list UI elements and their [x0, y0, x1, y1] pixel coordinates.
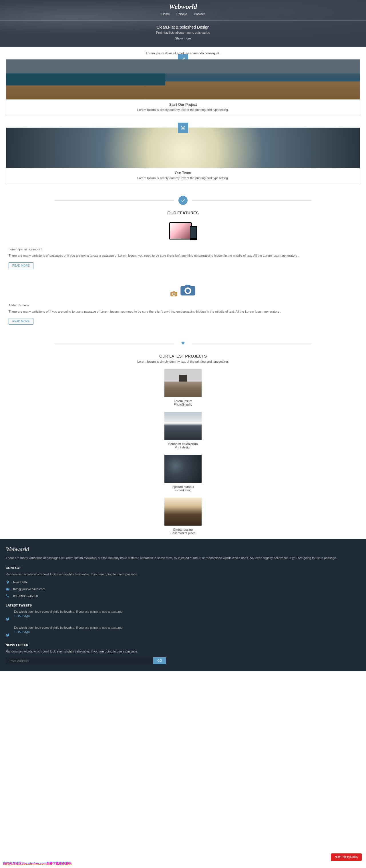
project-title: Embarrassing — [6, 528, 360, 531]
envelope-icon — [6, 587, 10, 591]
project-image — [164, 412, 202, 440]
card-title: Start Our Project — [10, 102, 356, 106]
twitter-icon — [6, 633, 10, 638]
divider — [54, 196, 312, 205]
footer-logo: Webworld — [6, 546, 360, 553]
newsletter-heading: NEWS LETTER — [6, 643, 360, 647]
project-title: Bonorum et Malorum — [6, 442, 360, 445]
project-item[interactable]: Lorem Ipsum PhotoGraphy — [6, 369, 360, 406]
footer-desc: There are many variations of passages of… — [6, 556, 360, 560]
tweet-item: Ds which don't look even slightly believ… — [6, 610, 360, 622]
project-title: Injected humour — [6, 485, 360, 489]
tweet-time: 1 Hour Ago — [14, 630, 360, 633]
contact-phone: 890-09880-45590 — [6, 594, 360, 598]
phone-icon — [6, 594, 10, 598]
nav-portfolio[interactable]: Porfolio — [176, 12, 187, 16]
contact-address: New Delhi — [6, 580, 360, 584]
footer: Webworld There are many variations of pa… — [0, 539, 366, 671]
twitter-icon — [6, 617, 10, 622]
camera-image — [6, 283, 360, 298]
tweet-item: Ds which don't look even slightly believ… — [6, 626, 360, 638]
contact-email: Info@yourwebsite.com — [6, 587, 360, 591]
tweet-text: Ds which don't look even slightly believ… — [14, 610, 360, 613]
newsletter-form: GO — [6, 657, 166, 664]
cart-icon — [178, 123, 188, 133]
project-image — [164, 498, 202, 526]
hero-subtitle: Proin facilisis aliquam nunc quis varius — [0, 31, 366, 34]
feature-title: A Flat Camera — [8, 304, 358, 307]
card-desc: Lorem Ipsum is simply dummy text of the … — [10, 108, 356, 112]
tweet-text: Ds which don't look even slightly believ… — [14, 626, 360, 629]
project-image — [164, 369, 202, 397]
nav-home[interactable]: Home — [161, 12, 170, 16]
project-category: Print design — [6, 445, 360, 449]
card-title: Our Team — [10, 170, 356, 175]
tweets-heading: LATEST TWEETS — [6, 603, 360, 607]
tweet-time: 1 Hour Ago — [14, 614, 360, 618]
read-more-button[interactable]: READ MORE — [8, 318, 33, 325]
logo: Webworld — [0, 3, 366, 10]
features-heading: OUR FEATURES — [6, 211, 360, 215]
project-image — [164, 455, 202, 483]
projects-heading: OUR LATEST PROJECTS — [6, 354, 360, 359]
go-button[interactable]: GO — [153, 657, 166, 664]
project-item[interactable]: Bonorum et Malorum Print design — [6, 412, 360, 449]
feature-desc: There are many variations of If you are … — [8, 309, 358, 314]
project-title: Lorem Ipsum — [6, 399, 360, 403]
feature-devices-image — [6, 222, 360, 240]
contact-desc: Randomised words which don't look even s… — [6, 572, 360, 576]
hero-show-more[interactable]: Show more — [0, 37, 366, 40]
project-category: Best market place — [6, 531, 360, 535]
card-image — [6, 128, 360, 168]
projects-subtitle: Lorem Ipsum is simply dummy text of the … — [6, 360, 360, 363]
feature-desc: There are many variations of passages of… — [8, 253, 358, 258]
nav: Home Porfolio Contact — [0, 12, 366, 16]
trophy-icon — [178, 339, 188, 348]
card-image — [6, 59, 360, 99]
map-pin-icon — [6, 580, 10, 584]
contact-heading: CONTACT — [6, 566, 360, 569]
check-icon — [178, 196, 188, 205]
read-more-button[interactable]: READ MORE — [8, 262, 33, 269]
hero-title: Clean,Flat & poloshed Design — [0, 25, 366, 29]
newsletter-desc: Randomised words which don't look even s… — [6, 650, 360, 653]
email-input[interactable] — [6, 657, 153, 664]
feature-item: Lorem Ipsum is simply !! There are many … — [6, 248, 360, 275]
feature-item: A Flat Camera There are many variations … — [6, 304, 360, 331]
project-item[interactable]: Embarrassing Best market place — [6, 498, 360, 535]
feature-title: Lorem Ipsum is simply !! — [8, 248, 358, 251]
nav-contact[interactable]: Contact — [194, 12, 205, 16]
card-project: Start Our Project Lorem Ipsum is simply … — [6, 59, 360, 116]
project-category: PhotoGraphy — [6, 403, 360, 406]
card-team: Our Team Lorem Ipsum is simply dummy tex… — [6, 127, 360, 184]
project-item[interactable]: Injected humour E-marketing — [6, 455, 360, 492]
project-category: E-marketing — [6, 489, 360, 492]
card-desc: Lorem Ipsum is simply dummy text of the … — [10, 176, 356, 180]
divider — [54, 339, 312, 348]
header: Webworld Home Porfolio Contact Clean,Fla… — [0, 0, 366, 47]
